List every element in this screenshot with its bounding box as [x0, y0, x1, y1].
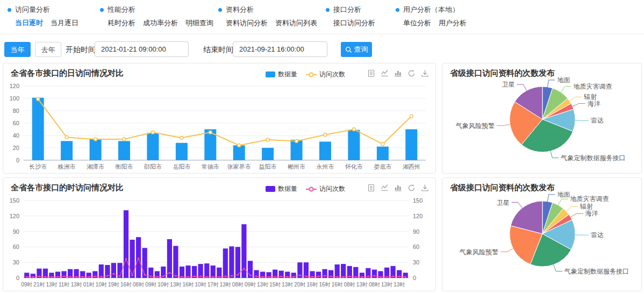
hourly-access-chart-card: 全省各市接口的时访问情况对比 数据量 访问次数 0030306060909012… — [3, 177, 436, 291]
svg-text:雷达: 雷达 — [591, 117, 604, 124]
pie-chart-title: 省级接口访问资料的次数发布 — [450, 68, 555, 78]
nav-item-unit-analysis[interactable]: 单位分析 — [403, 18, 431, 28]
svg-text:16时: 16时 — [182, 282, 194, 288]
last-year-button[interactable]: 去年 — [35, 42, 61, 57]
svg-text:60: 60 — [13, 120, 19, 126]
svg-text:气象定制数据服务接口: 气象定制数据服务接口 — [564, 268, 629, 275]
end-time-label: 结束时间: — [203, 45, 235, 55]
nav-group-title: 接口分析 — [326, 5, 375, 15]
restore-icon[interactable] — [407, 69, 416, 77]
nav-item-data-access-list[interactable]: 资料访问列表 — [275, 18, 317, 28]
start-time-input[interactable] — [95, 41, 189, 57]
svg-text:气象风险预警: 气象风险预警 — [459, 248, 498, 256]
nav-item-interface-access-analysis[interactable]: 接口访问分析 — [333, 18, 375, 28]
bar-chart-toggle-icon[interactable] — [394, 69, 402, 77]
svg-text:雷达: 雷达 — [591, 231, 604, 239]
download-icon[interactable] — [421, 184, 429, 192]
nav-item-user-analysis[interactable]: 用户分析 — [439, 18, 467, 28]
svg-text:100: 100 — [10, 95, 19, 102]
svg-text:08时: 08时 — [344, 282, 355, 288]
svg-text:20时: 20时 — [294, 282, 305, 288]
svg-text:120: 120 — [10, 213, 19, 219]
restore-icon[interactable] — [407, 184, 416, 192]
svg-text:湘西州: 湘西州 — [403, 163, 420, 170]
nav-group-title-text: 接口分析 — [333, 5, 361, 15]
bar-chart-toggle-icon[interactable] — [394, 184, 402, 192]
daily-chart-canvas[interactable]: 020406080100120长沙市株洲市湘潭市衡阳市邵阳市岳阳市常德市张家界市… — [4, 82, 434, 172]
legend-item-data-volume[interactable]: 数据量 — [266, 70, 297, 79]
svg-text:13时: 13时 — [71, 282, 82, 288]
download-icon[interactable] — [421, 69, 429, 77]
data-view-icon[interactable] — [367, 184, 375, 192]
svg-text:地质灾害调查: 地质灾害调查 — [570, 195, 609, 203]
pie-chart-canvas[interactable]: 地面地质灾害调查辐射海洋雷达气象定制数据服务接口气象风险预警卫星 — [442, 178, 641, 291]
svg-text:海洋: 海洋 — [585, 210, 598, 217]
nav-item-hourly-today[interactable]: 当日逐时 — [15, 18, 43, 28]
daily-chart-title: 全省各市接口的日访问情况对比 — [11, 68, 124, 78]
data-view-icon[interactable] — [367, 69, 375, 77]
svg-text:21时: 21时 — [33, 282, 45, 288]
legend-item-visit-count[interactable]: 访问次数 — [306, 184, 345, 193]
legend-label: 数据量 — [278, 70, 297, 79]
legend-item-visit-count[interactable]: 访问次数 — [306, 70, 345, 79]
svg-text:01时: 01时 — [83, 282, 95, 288]
svg-text:郴州市: 郴州市 — [288, 163, 305, 170]
nav-group-title: 用户分析（本地） — [396, 5, 467, 15]
search-button-label: 查询 — [354, 42, 368, 56]
end-time-input[interactable] — [233, 41, 327, 57]
svg-text:120: 120 — [413, 213, 423, 219]
daily-access-chart-card: 全省各市接口的日访问情况对比 数据量 访问次数 020406080100120长… — [3, 63, 436, 174]
nav-group-title-text: 访问量分析 — [15, 5, 50, 15]
svg-text:衡阳市: 衡阳市 — [115, 163, 133, 170]
svg-text:09时: 09时 — [145, 282, 156, 288]
nav-item-detail-query[interactable]: 明细查询 — [185, 18, 213, 28]
nav-group-title-text: 用户分析（本地） — [403, 5, 459, 15]
svg-text:11时: 11时 — [59, 282, 69, 288]
svg-text:株洲市: 株洲市 — [58, 163, 76, 170]
svg-text:10时: 10时 — [158, 282, 169, 288]
bullet-icon — [218, 8, 222, 12]
svg-text:0: 0 — [16, 275, 19, 281]
svg-text:娄底市: 娄底市 — [374, 163, 391, 170]
this-year-button[interactable]: 当年 — [4, 42, 31, 57]
pie-chart-canvas[interactable]: 地面地质灾害调查辐射海洋雷达气象定制数据服务接口气象风险预警卫星 — [442, 63, 641, 173]
line-chart-toggle-icon[interactable] — [381, 184, 389, 192]
svg-text:怀化市: 怀化市 — [345, 163, 363, 170]
svg-text:地质灾害调查: 地质灾害调查 — [574, 83, 612, 90]
search-button[interactable]: 查询 — [341, 42, 372, 57]
svg-text:辐射: 辐射 — [579, 203, 593, 210]
svg-text:90: 90 — [413, 228, 419, 235]
pie-chart-title: 省级接口访问资料的次数发布 — [450, 183, 555, 193]
daily-chart-toolbox — [367, 69, 429, 77]
bullet-icon — [8, 8, 11, 12]
nav-item-time-cost[interactable]: 耗时分析 — [108, 18, 135, 28]
svg-text:10时: 10时 — [195, 282, 206, 288]
svg-text:地面: 地面 — [557, 191, 570, 198]
svg-text:16时: 16时 — [332, 282, 343, 288]
svg-text:120: 120 — [10, 83, 19, 89]
svg-text:0: 0 — [16, 157, 19, 163]
nav-item-success-rate[interactable]: 成功率分析 — [143, 18, 178, 28]
line-chart-toggle-icon[interactable] — [381, 69, 389, 77]
svg-text:邵阳市: 邵阳市 — [144, 163, 162, 170]
bullet-icon — [100, 8, 104, 12]
svg-text:150: 150 — [10, 197, 19, 204]
svg-text:30: 30 — [13, 259, 19, 266]
svg-text:13时: 13时 — [46, 282, 57, 288]
svg-text:张家界市: 张家界市 — [227, 163, 251, 170]
nav-group-title-text: 资料分析 — [226, 5, 254, 15]
nav-item-data-access-analysis[interactable]: 资料访问分析 — [226, 18, 268, 28]
legend-item-data-volume[interactable]: 数据量 — [266, 184, 297, 193]
svg-text:10时: 10时 — [96, 282, 107, 288]
svg-text:08时: 08时 — [133, 282, 144, 288]
search-icon — [345, 46, 352, 53]
line-swatch-icon — [306, 74, 317, 75]
svg-text:长沙市: 长沙市 — [28, 163, 47, 170]
svg-text:60: 60 — [13, 243, 19, 250]
nav-item-daily-month[interactable]: 当月逐日 — [51, 18, 78, 28]
hourly-chart-toolbox — [367, 184, 429, 192]
svg-text:80: 80 — [13, 107, 19, 114]
hourly-chart-canvas[interactable]: 0030306060909012012015015009时21时13时11时13… — [4, 196, 434, 290]
svg-text:16时: 16时 — [120, 282, 132, 288]
svg-text:08时: 08时 — [232, 282, 244, 288]
